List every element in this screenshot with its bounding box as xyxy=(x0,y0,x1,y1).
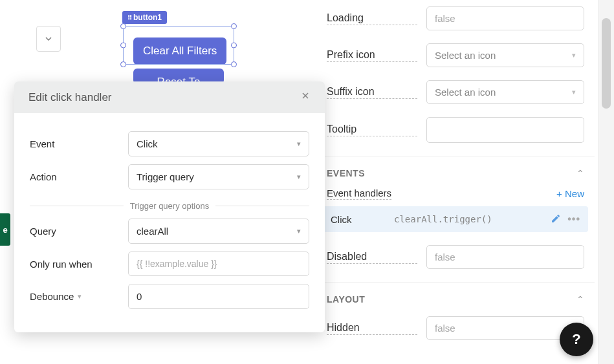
options-divider: Trigger query options xyxy=(30,201,309,211)
pencil-icon[interactable] xyxy=(551,213,561,224)
prop-disabled: Disabled false xyxy=(316,239,595,275)
only-run-row: Only run when {{ !!example.value }} xyxy=(30,252,309,276)
event-handlers-row: Event handlers + New xyxy=(316,184,595,206)
strip-letter: e xyxy=(3,225,7,235)
prefix-label: Prefix icon xyxy=(327,49,417,62)
inspector-panel: Loading false Prefix icon Select an icon… xyxy=(316,0,595,347)
prefix-icon-select[interactable]: Select an icon ▾ xyxy=(426,43,584,67)
events-title: EVENTS xyxy=(327,168,365,178)
suffix-icon-select[interactable]: Select an icon ▾ xyxy=(426,80,584,104)
chevron-up-icon: ⌃ xyxy=(576,168,584,178)
suffix-label: Suffix icon xyxy=(327,86,417,99)
debounce-label: Debounce xyxy=(30,291,74,302)
debounce-value: 0 xyxy=(137,291,142,302)
event-row: Event Click ▾ xyxy=(30,131,309,156)
chevron-down-icon[interactable]: ▾ xyxy=(78,292,82,301)
query-row: Query clearAll ▾ xyxy=(30,219,309,244)
handler-actions: ••• xyxy=(551,213,580,225)
new-handler-button[interactable]: + New xyxy=(556,188,584,199)
resize-handle-mid-left[interactable] xyxy=(120,43,126,48)
chevron-down-icon: ▾ xyxy=(297,227,301,235)
query-label: Query xyxy=(30,226,128,237)
prop-tooltip: Tooltip xyxy=(316,111,595,149)
disabled-input[interactable]: false xyxy=(426,245,584,269)
events-section-header[interactable]: EVENTS ⌃ xyxy=(316,156,595,184)
divider-text: Trigger query options xyxy=(130,201,209,211)
button-label: Clear All Filters xyxy=(143,45,217,57)
query-select[interactable]: clearAll ▾ xyxy=(128,219,309,244)
debounce-row: Debounce ▾ 0 xyxy=(30,284,309,309)
help-fab[interactable]: ? xyxy=(560,323,593,356)
prop-prefix-icon: Prefix icon Select an icon ▾ xyxy=(316,37,595,74)
disabled-label: Disabled xyxy=(327,251,417,264)
side-strip[interactable]: e xyxy=(0,213,10,246)
more-icon[interactable]: ••• xyxy=(567,213,580,225)
action-row: Action Trigger query ▾ xyxy=(30,164,309,189)
hidden-value: false xyxy=(435,323,455,334)
resize-handle-bottom-left[interactable] xyxy=(120,61,126,67)
chevron-down-icon: ▾ xyxy=(572,88,576,96)
action-label: Action xyxy=(30,171,128,182)
layout-title: LAYOUT xyxy=(327,294,365,305)
vertical-scrollbar[interactable] xyxy=(598,0,614,364)
modal-header: Edit click handler xyxy=(14,81,325,113)
question-icon: ? xyxy=(572,331,580,348)
handler-event: Click xyxy=(331,214,382,225)
prefix-value: Select an icon xyxy=(435,50,496,61)
scrollbar-thumb[interactable] xyxy=(602,18,611,109)
prop-suffix-icon: Suffix icon Select an icon ▾ xyxy=(316,74,595,111)
chevron-down-icon: ▾ xyxy=(297,140,301,148)
tooltip-label: Tooltip xyxy=(327,123,417,136)
event-select[interactable]: Click ▾ xyxy=(128,131,309,156)
chevron-up-icon: ⌃ xyxy=(576,294,584,305)
component-tag[interactable]: ⠿ button1 xyxy=(122,11,167,24)
event-label: Event xyxy=(30,138,128,149)
event-value: Click xyxy=(137,138,158,149)
query-value: clearAll xyxy=(137,226,168,237)
layout-section-header[interactable]: LAYOUT ⌃ xyxy=(316,282,595,310)
handler-item[interactable]: Click clearAll.trigger() ••• xyxy=(323,206,588,232)
clear-filters-button[interactable]: Clear All Filters xyxy=(133,37,226,65)
debounce-label-group: Debounce ▾ xyxy=(30,291,128,302)
chevron-down-icon: ▾ xyxy=(297,173,301,181)
edit-handler-modal: Edit click handler Event Click ▾ Action … xyxy=(14,81,325,332)
handlers-label: Event handlers xyxy=(327,187,391,200)
component-tag-label: button1 xyxy=(133,13,162,22)
modal-body: Event Click ▾ Action Trigger query ▾ Tri… xyxy=(14,113,325,332)
chevron-down-icon xyxy=(43,34,54,44)
action-select[interactable]: Trigger query ▾ xyxy=(128,164,309,189)
handler-code: clearAll.trigger() xyxy=(394,214,539,224)
only-run-label: Only run when xyxy=(30,259,128,270)
disabled-value: false xyxy=(435,252,455,262)
chevron-down-icon: ▾ xyxy=(572,51,576,59)
debounce-input[interactable]: 0 xyxy=(128,284,309,309)
only-run-placeholder: {{ !!example.value }} xyxy=(137,259,217,269)
prop-loading: Loading false xyxy=(316,0,595,37)
suffix-value: Select an icon xyxy=(435,87,496,98)
modal-close-button[interactable] xyxy=(300,91,311,104)
resize-handle-mid-right[interactable] xyxy=(231,43,237,48)
action-value: Trigger query xyxy=(137,171,194,182)
resize-handle-top-left[interactable] xyxy=(120,23,126,29)
tooltip-input[interactable] xyxy=(426,117,584,143)
resize-handle-top-right[interactable] xyxy=(231,23,237,29)
prop-hidden: Hidden false xyxy=(316,310,595,347)
drag-grip-icon: ⠿ xyxy=(127,14,131,21)
loading-input[interactable]: false xyxy=(426,6,584,30)
loading-label: Loading xyxy=(327,12,417,25)
loading-value: false xyxy=(435,13,455,24)
only-run-input[interactable]: {{ !!example.value }} xyxy=(128,252,309,276)
container-expand-toggle[interactable] xyxy=(36,26,61,52)
close-icon xyxy=(300,91,311,101)
modal-title: Edit click handler xyxy=(28,91,112,104)
hidden-label: Hidden xyxy=(327,322,417,335)
resize-handle-bottom-right[interactable] xyxy=(231,61,237,67)
